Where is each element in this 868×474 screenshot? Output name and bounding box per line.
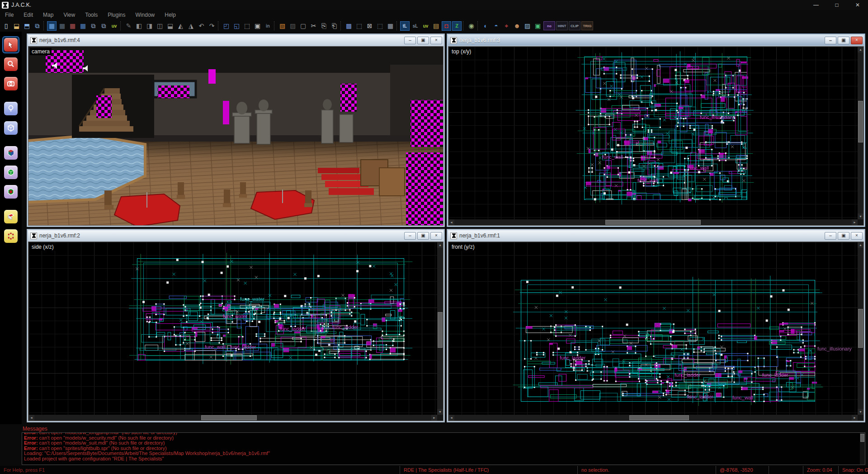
window-titlebar[interactable]: nerja_b1v6.rmf:2 – ▣ × (28, 230, 443, 241)
app-close-button[interactable]: ✕ (847, 0, 868, 10)
filter-hint-button[interactable]: HINT (556, 21, 568, 30)
copy-icon[interactable]: ⎘ (319, 21, 329, 31)
menu-view[interactable]: View (58, 10, 80, 20)
cordon-texture-icon[interactable]: ▤ (431, 21, 441, 31)
scroll-up-icon[interactable]: ▲ (858, 242, 863, 248)
vertical-scrollbar[interactable]: ▲ ▼ (858, 242, 863, 415)
pointer-mode-icon[interactable]: ✎ (124, 21, 133, 31)
smooth-groups-icon[interactable]: ◐ (481, 21, 491, 31)
menu-window[interactable]: Window (131, 10, 160, 20)
redo-icon[interactable]: ⧉ (99, 21, 108, 31)
filter-trigger-button[interactable]: TRIG (581, 21, 593, 30)
center-horizontal-icon[interactable]: ⬓ (165, 21, 175, 31)
zoom-sync-icon[interactable]: Z (452, 21, 462, 31)
rotate-cw-icon[interactable]: ↷ (207, 21, 217, 31)
app-maximize-button[interactable]: □ (826, 0, 847, 10)
menu-tools[interactable]: Tools (80, 10, 103, 20)
align-right-icon[interactable]: ◨ (145, 21, 154, 31)
group-icon[interactable]: ⬚ (354, 21, 364, 31)
horizontal-scrollbar[interactable]: ◄ ► (448, 219, 858, 225)
save-file-icon[interactable]: ⬒ (22, 21, 32, 31)
pointfile-icon[interactable]: ◓ (491, 21, 501, 31)
viewport-label[interactable]: side (x/z) (30, 243, 56, 251)
ignore-groups-icon[interactable]: ⊠ (365, 21, 374, 31)
cut-icon[interactable]: ✂ (309, 21, 318, 31)
toggle-grid-3d-icon[interactable]: ▦ (57, 21, 67, 31)
center-vertical-icon[interactable]: ◫ (155, 21, 165, 31)
scroll-right-icon[interactable]: ► (852, 415, 858, 421)
camera-viewport[interactable]: camera (28, 46, 443, 226)
front-viewport[interactable]: front (y/z) func_ladderfunc_ladderfunc_l… (448, 242, 864, 421)
window-titlebar[interactable]: nerja_b1v6.rmf:1 – ▣ × (448, 230, 864, 241)
scroll-down-icon[interactable]: ▼ (858, 409, 863, 415)
uv-follow-icon[interactable]: uv (421, 21, 430, 31)
uv-lock-icon[interactable]: uv (109, 21, 119, 31)
entity-tool-button[interactable] (2, 100, 19, 117)
clip-tool-button[interactable] (2, 208, 19, 225)
top-viewport[interactable]: top (x/y) func_wallfunc_wallfunc_illusio… (448, 46, 864, 226)
scroll-up-icon[interactable]: ▲ (437, 242, 443, 248)
select-tool-button[interactable] (2, 36, 19, 53)
scroll-left-icon[interactable]: ◄ (448, 219, 454, 225)
viewport-label[interactable]: camera (30, 48, 52, 55)
open-file-icon[interactable]: ⬓ (12, 21, 21, 31)
move-to-entity-icon[interactable]: ▣ (253, 21, 262, 31)
paste-icon[interactable]: ⎗ (330, 21, 339, 31)
vertical-scrollbar[interactable]: ▲ ▼ (437, 242, 443, 415)
new-file-icon[interactable]: ▯ (1, 21, 11, 31)
menu-help[interactable]: Help (160, 10, 181, 20)
child-restore-button[interactable]: ▣ (838, 37, 849, 44)
sky-preview-icon[interactable]: ▨ (523, 21, 532, 31)
scroll-down-icon[interactable]: ▼ (858, 213, 863, 219)
child-restore-button[interactable]: ▣ (417, 37, 429, 44)
rotate-ccw-icon[interactable]: ↶ (197, 21, 206, 31)
scale-lock-icon[interactable]: sL (410, 21, 420, 31)
app-minimize-button[interactable]: — (806, 0, 826, 10)
side-viewport[interactable]: side (x/z) func_waterfunc_ladderfunc_lad… (28, 242, 443, 421)
larger-grid-icon[interactable]: ▦ (78, 21, 88, 31)
horizontal-scrollbar[interactable]: ◄ ► (448, 415, 858, 421)
menu-edit[interactable]: Edit (19, 10, 38, 20)
child-minimize-button[interactable]: – (404, 37, 416, 44)
magnify-tool-button[interactable] (2, 56, 19, 73)
smaller-grid-icon[interactable]: ▦ (68, 21, 77, 31)
carve-icon[interactable]: ▧ (278, 21, 287, 31)
model-viewer-icon[interactable]: ☻ (512, 21, 522, 31)
horizontal-scrollbar[interactable]: ◄ ► (28, 415, 437, 421)
camera-tool-button[interactable] (2, 75, 19, 92)
scroll-right-icon[interactable]: ► (431, 415, 437, 421)
scroll-down-icon[interactable]: ▼ (437, 409, 443, 415)
hollow-icon[interactable]: ▨ (288, 21, 297, 31)
scroll-right-icon[interactable]: ► (852, 219, 858, 225)
viewport-label[interactable]: top (x/y) (450, 48, 473, 55)
entity-report-icon[interactable]: in (263, 21, 273, 31)
child-minimize-button[interactable]: – (825, 232, 836, 240)
flip-horizontal-icon[interactable]: ◭ (176, 21, 185, 31)
save-all-icon[interactable]: ⧉ (33, 21, 42, 31)
path-tool-icon[interactable]: ⌖ (502, 21, 511, 31)
brush-tool-button[interactable] (2, 119, 19, 137)
new-point-entity-icon[interactable]: ◱ (232, 21, 241, 31)
scroll-up-icon[interactable]: ▲ (858, 47, 863, 52)
child-restore-button[interactable]: ▣ (417, 232, 429, 240)
scroll-left-icon[interactable]: ◄ (28, 415, 34, 421)
texture-application-tool-button[interactable] (2, 144, 19, 161)
apply-texture-tool-button[interactable] (2, 164, 19, 181)
run-map-icon[interactable]: ◉ (467, 21, 476, 31)
child-minimize-button[interactable]: – (404, 232, 416, 240)
messages-scrollbar[interactable] (860, 433, 865, 465)
group-box-icon[interactable]: ▢ (298, 21, 308, 31)
fullbright-icon[interactable]: ▣ (533, 21, 542, 31)
child-close-button[interactable]: × (851, 37, 863, 44)
vertical-scrollbar[interactable]: ▲ ▼ (858, 47, 863, 219)
filter-clip-button[interactable]: CLIP (569, 21, 580, 30)
child-restore-button[interactable]: ▣ (838, 232, 849, 240)
align-left-icon[interactable]: ◧ (134, 21, 144, 31)
scroll-left-icon[interactable]: ◄ (448, 415, 454, 421)
vertex-tool-button[interactable] (2, 228, 19, 245)
texture-lock-icon[interactable]: tL (400, 21, 410, 31)
window-titlebar[interactable]: nerja_b1v6.rmf:3 – ▣ × (448, 35, 864, 46)
filter-nodraw-button[interactable]: no (543, 21, 555, 30)
toggle-grid-icon[interactable]: ▦ (47, 21, 57, 31)
select-inside-icon[interactable]: ▦ (386, 21, 395, 31)
